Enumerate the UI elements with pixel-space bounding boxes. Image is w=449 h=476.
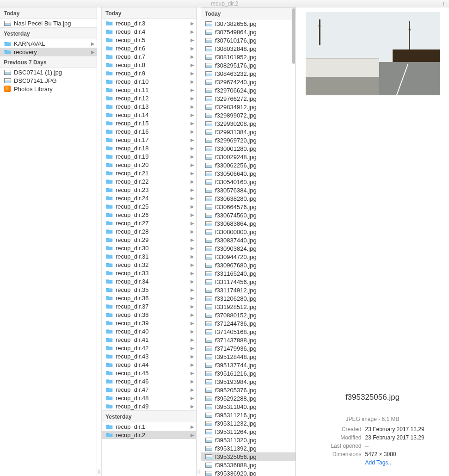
list-item[interactable]: f395137744.jpg [201, 361, 295, 369]
list-item[interactable]: recup_dir.43▶ [102, 352, 196, 360]
list-item[interactable]: recup_dir.2▶ [102, 431, 196, 439]
list-item[interactable]: f331206280.jpg [201, 294, 295, 303]
list-item[interactable]: recup_dir.9▶ [102, 69, 196, 77]
list-item[interactable]: f330664576.jpg [201, 203, 295, 211]
list-item[interactable]: recup_dir.35▶ [102, 285, 196, 294]
list-item[interactable]: f330683864.jpg [201, 219, 295, 228]
list-item[interactable]: f329706624.jpg [201, 86, 295, 94]
list-item[interactable]: recup_dir.47▶ [102, 385, 196, 394]
list-item[interactable]: recup_dir.4▶ [102, 27, 196, 36]
list-item[interactable]: recup_dir.17▶ [102, 136, 196, 144]
list-item[interactable]: recup_dir.48▶ [102, 394, 196, 402]
add-tags-link[interactable]: Add Tags... [365, 459, 393, 466]
scrollbar-thumb[interactable] [292, 8, 295, 64]
list-item[interactable]: recup_dir.14▶ [102, 111, 196, 119]
list-item[interactable]: f331174456.jpg [201, 278, 295, 286]
list-item[interactable]: f395311392.jpg [201, 444, 295, 452]
list-item[interactable]: f307610176.jpg [201, 36, 295, 44]
list-item[interactable]: recup_dir.28▶ [102, 227, 196, 235]
list-item[interactable]: f371244736.jpg [201, 319, 295, 328]
list-item[interactable]: recup_dir.6▶ [102, 44, 196, 52]
list-item[interactable]: recup_dir.36▶ [102, 294, 196, 302]
new-tab-button[interactable]: + [442, 0, 445, 7]
list-item[interactable]: f330540160.jpg [201, 178, 295, 186]
list-item[interactable]: recup_dir.16▶ [102, 127, 196, 136]
list-item[interactable]: f329930208.jpg [201, 119, 295, 128]
list-item[interactable]: f371479936.jpg [201, 344, 295, 352]
list-item[interactable]: f330576384.jpg [201, 186, 295, 194]
list-item[interactable]: f331174912.jpg [201, 286, 295, 294]
list-item[interactable]: recup_dir.21▶ [102, 169, 196, 177]
list-item[interactable]: f331928512.jpg [201, 303, 295, 311]
column-3[interactable]: Today f307382656.jpgf307549864.jpgf30761… [201, 7, 296, 476]
list-item[interactable]: f330029248.jpg [201, 153, 295, 161]
list-item[interactable]: f330837440.jpg [201, 236, 295, 244]
list-item[interactable]: recup_dir.25▶ [102, 202, 196, 210]
list-item[interactable]: f395128448.jpg [201, 352, 295, 361]
list-item[interactable]: recup_dir.49▶ [102, 402, 196, 410]
column-1[interactable]: Today Nasi Pecel Bu Tia.jpg Yesterday KA… [0, 7, 97, 476]
list-item[interactable]: recup_dir.10▶ [102, 77, 196, 86]
list-item[interactable]: recup_dir.46▶ [102, 377, 196, 385]
list-item[interactable]: f395161216.jpg [201, 369, 295, 377]
list-item[interactable]: recup_dir.32▶ [102, 260, 196, 269]
list-item[interactable]: f371437888.jpg [201, 336, 295, 344]
list-item[interactable]: f395205376.jpg [201, 386, 295, 394]
list-item[interactable]: recup_dir.38▶ [102, 310, 196, 319]
list-item[interactable]: Photos Library [0, 85, 97, 93]
list-item[interactable]: recup_dir.3▶ [102, 19, 196, 27]
list-item[interactable]: recup_dir.5▶ [102, 36, 196, 44]
list-item[interactable]: recup_dir.19▶ [102, 152, 196, 161]
list-item[interactable]: f329931384.jpg [201, 128, 295, 136]
list-item[interactable]: recup_dir.29▶ [102, 235, 196, 244]
list-item[interactable]: recup_dir.41▶ [102, 335, 196, 344]
list-item[interactable]: f330674560.jpg [201, 211, 295, 219]
list-item[interactable]: recup_dir.42▶ [102, 344, 196, 352]
list-item[interactable]: f331165240.jpg [201, 269, 295, 278]
list-item[interactable]: f330638280.jpg [201, 194, 295, 203]
list-item[interactable]: f395325056.jpg [201, 452, 295, 461]
list-item[interactable]: f330062256.jpg [201, 161, 295, 169]
list-item[interactable]: f330800000.jpg [201, 228, 295, 236]
list-item[interactable]: recup_dir.37▶ [102, 302, 196, 310]
list-item[interactable]: recup_dir.12▶ [102, 94, 196, 102]
list-item[interactable]: recup_dir.33▶ [102, 269, 196, 277]
list-item[interactable]: recup_dir.45▶ [102, 369, 196, 377]
list-item[interactable]: f329969720.jpg [201, 136, 295, 144]
list-item[interactable]: f307382656.jpg [201, 19, 295, 28]
list-item[interactable]: f330903824.jpg [201, 244, 295, 253]
list-item[interactable]: recup_dir.18▶ [102, 144, 196, 152]
list-item[interactable]: f395311232.jpg [201, 419, 295, 427]
list-item[interactable]: f395292288.jpg [201, 394, 295, 402]
list-item[interactable]: recup_dir.34▶ [102, 277, 196, 285]
list-item[interactable]: f307549864.jpg [201, 28, 295, 36]
list-item[interactable]: f330944720.jpg [201, 253, 295, 261]
list-item[interactable]: recup_dir.30▶ [102, 244, 196, 252]
list-item[interactable]: f329674240.jpg [201, 78, 295, 86]
list-item[interactable]: f395311216.jpg [201, 411, 295, 419]
list-item[interactable]: recup_dir.15▶ [102, 119, 196, 127]
list-item[interactable]: recup_dir.39▶ [102, 319, 196, 327]
list-item[interactable]: recovery▶ [0, 48, 97, 56]
list-item[interactable]: DSC07141 (1).jpg [0, 68, 97, 76]
list-item[interactable]: recup_dir.11▶ [102, 86, 196, 94]
list-item[interactable]: f308463232.jpg [201, 69, 295, 78]
list-item[interactable]: f329834912.jpg [201, 103, 295, 111]
list-item[interactable]: f371405168.jpg [201, 328, 295, 336]
list-item[interactable]: f395311264.jpg [201, 427, 295, 436]
list-item[interactable]: f329766272.jpg [201, 94, 295, 103]
list-item[interactable]: f308295176.jpg [201, 61, 295, 69]
column-resize-handle[interactable]: || [97, 7, 102, 476]
list-item[interactable]: recup_dir.8▶ [102, 61, 196, 69]
list-item[interactable]: f330506640.jpg [201, 169, 295, 178]
list-item[interactable]: recup_dir.44▶ [102, 360, 196, 369]
list-item[interactable]: recup_dir.26▶ [102, 210, 196, 219]
list-item[interactable]: f330967680.jpg [201, 261, 295, 269]
list-item[interactable]: f395311320.jpg [201, 436, 295, 444]
list-item[interactable]: recup_dir.24▶ [102, 194, 196, 202]
list-item[interactable]: recup_dir.27▶ [102, 219, 196, 227]
list-item[interactable]: f329899072.jpg [201, 111, 295, 119]
list-item[interactable]: Nasi Pecel Bu Tia.jpg [0, 19, 97, 27]
list-item[interactable]: DSC07141.JPG [0, 76, 97, 85]
list-item[interactable]: f395311040.jpg [201, 402, 295, 411]
